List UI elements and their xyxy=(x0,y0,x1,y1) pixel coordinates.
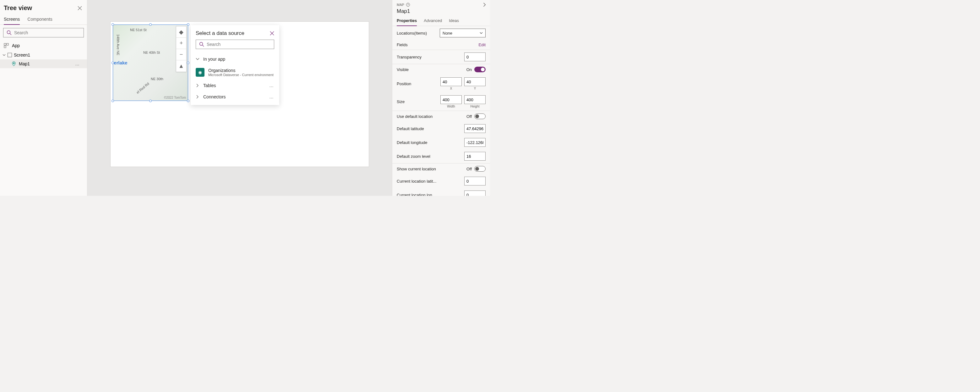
search-icon xyxy=(6,30,12,35)
tab-screens[interactable]: Screens xyxy=(4,15,20,25)
tree-search-input[interactable] xyxy=(12,30,80,35)
use-default-location-label: Use default location xyxy=(397,114,433,119)
map-control[interactable]: NE 51st St NE 40th St NE 30th 148th Ave … xyxy=(113,24,188,101)
tab-ideas[interactable]: Ideas xyxy=(449,17,459,26)
current-longitude-label: Current location lon... xyxy=(397,193,436,196)
current-latitude-input[interactable] xyxy=(464,177,485,185)
chevron-right-icon xyxy=(196,95,199,99)
tree-app-label: App xyxy=(12,43,20,48)
tree-item-screen1[interactable]: Screen1 xyxy=(0,51,87,59)
data-source-popup: Select a data source In your app ◉ Organ… xyxy=(191,25,279,105)
size-label: Size xyxy=(397,99,404,104)
resize-handle[interactable] xyxy=(111,23,114,26)
data-source-organizations[interactable]: ◉ Organizations Microsoft Dataverse - Cu… xyxy=(191,65,279,80)
width-sublabel: Width xyxy=(447,105,455,108)
visible-toggle[interactable] xyxy=(474,67,485,72)
data-source-search-input[interactable] xyxy=(204,42,271,47)
control-name: Map1 xyxy=(392,8,490,17)
tree-search[interactable] xyxy=(3,28,84,37)
chevron-down-icon xyxy=(196,57,199,61)
map-compass-button[interactable]: ◆ xyxy=(176,26,186,38)
svg-rect-2 xyxy=(6,43,8,45)
organizations-label: Organizations xyxy=(208,68,274,73)
close-icon[interactable] xyxy=(78,6,82,10)
fields-label: Fields xyxy=(397,43,408,47)
tables-more-button[interactable]: … xyxy=(269,83,274,88)
connectors-label: Connectors xyxy=(203,94,226,99)
tab-advanced[interactable]: Advanced xyxy=(424,17,442,26)
show-current-location-label: Show current location xyxy=(397,167,436,171)
map-street-label: NE 51st St xyxy=(130,28,147,32)
tree-tabs: Screens Components xyxy=(0,15,87,25)
resize-handle[interactable] xyxy=(187,23,189,26)
current-longitude-input[interactable] xyxy=(464,191,485,196)
tab-properties[interactable]: Properties xyxy=(397,17,417,26)
position-label: Position xyxy=(397,81,411,86)
y-sublabel: Y xyxy=(474,87,476,90)
current-latitude-label: Current location latit... xyxy=(397,179,436,183)
map-icon xyxy=(11,61,16,66)
position-y-input[interactable] xyxy=(464,77,485,86)
locations-select[interactable]: None xyxy=(440,29,485,37)
default-latitude-label: Default latitude xyxy=(397,126,424,131)
data-source-search[interactable] xyxy=(196,40,274,49)
map-zoom-out-button[interactable]: − xyxy=(176,49,186,61)
tree-app-node[interactable]: App xyxy=(0,41,87,51)
default-zoom-label: Default zoom level xyxy=(397,154,430,159)
properties-panel: MAP ? Map1 Properties Advanced Ideas Loc… xyxy=(392,0,490,196)
map-road-label: el Red Rd xyxy=(136,82,150,95)
tree-view-panel: Tree view Screens Components App Screen1… xyxy=(0,0,88,196)
position-x-input[interactable] xyxy=(441,77,462,86)
use-default-state-label: Off xyxy=(466,114,472,119)
data-source-tables[interactable]: Tables … xyxy=(191,80,279,91)
connectors-more-button[interactable]: … xyxy=(269,94,274,99)
size-width-input[interactable] xyxy=(441,95,462,104)
help-icon[interactable]: ? xyxy=(406,3,410,6)
close-icon[interactable] xyxy=(270,31,274,35)
visible-label: Visible xyxy=(397,67,409,72)
data-source-connectors[interactable]: Connectors … xyxy=(191,91,279,102)
map-street-label: NE 30th xyxy=(151,77,163,81)
map-avenue-label: 148th Ave NE xyxy=(116,34,120,55)
default-longitude-input[interactable] xyxy=(464,138,485,147)
control-type-label: MAP ? xyxy=(397,3,410,6)
x-sublabel: X xyxy=(450,87,452,90)
tree-item-label: Map1 xyxy=(19,61,30,66)
svg-rect-3 xyxy=(4,46,6,48)
tree-item-map1[interactable]: Map1 … xyxy=(0,59,87,68)
visible-state-label: On xyxy=(466,67,472,72)
tree-item-more-button[interactable]: … xyxy=(75,61,84,66)
tables-label: Tables xyxy=(203,83,216,88)
default-zoom-input[interactable] xyxy=(464,152,485,161)
show-current-location-toggle[interactable] xyxy=(474,166,485,172)
resize-handle[interactable] xyxy=(111,62,114,64)
data-source-title: Select a data source xyxy=(196,30,244,37)
use-default-location-toggle[interactable] xyxy=(474,113,485,119)
default-latitude-input[interactable] xyxy=(464,124,485,133)
map-zoom-controls: ◆ + − ▲ xyxy=(176,26,186,72)
height-sublabel: Height xyxy=(471,105,480,108)
size-height-input[interactable] xyxy=(464,95,485,104)
transparency-label: Transparency xyxy=(397,55,422,59)
dataverse-icon: ◉ xyxy=(196,68,204,77)
svg-point-4 xyxy=(13,62,14,64)
fields-edit-button[interactable]: Edit xyxy=(479,43,485,47)
resize-handle[interactable] xyxy=(187,62,189,64)
svg-point-5 xyxy=(200,43,203,46)
svg-point-0 xyxy=(7,31,10,34)
map-render: NE 51st St NE 40th St NE 30th 148th Ave … xyxy=(113,25,188,100)
resize-handle[interactable] xyxy=(149,100,152,102)
map-zoom-in-button[interactable]: + xyxy=(176,38,186,49)
artboard-screen1[interactable]: NE 51st St NE 40th St NE 30th 148th Ave … xyxy=(110,21,369,167)
show-current-state-label: Off xyxy=(466,167,472,171)
tab-components[interactable]: Components xyxy=(27,15,52,24)
properties-tabs: Properties Advanced Ideas xyxy=(392,17,490,26)
resize-handle[interactable] xyxy=(111,100,114,102)
transparency-input[interactable] xyxy=(464,53,485,61)
data-source-in-your-app[interactable]: In your app xyxy=(191,53,279,65)
map-pitch-button[interactable]: ▲ xyxy=(176,61,186,72)
canvas-area: NE 51st St NE 40th St NE 30th 148th Ave … xyxy=(88,0,392,196)
resize-handle[interactable] xyxy=(149,23,152,26)
chevron-right-icon[interactable] xyxy=(482,3,487,7)
resize-handle[interactable] xyxy=(187,100,189,102)
